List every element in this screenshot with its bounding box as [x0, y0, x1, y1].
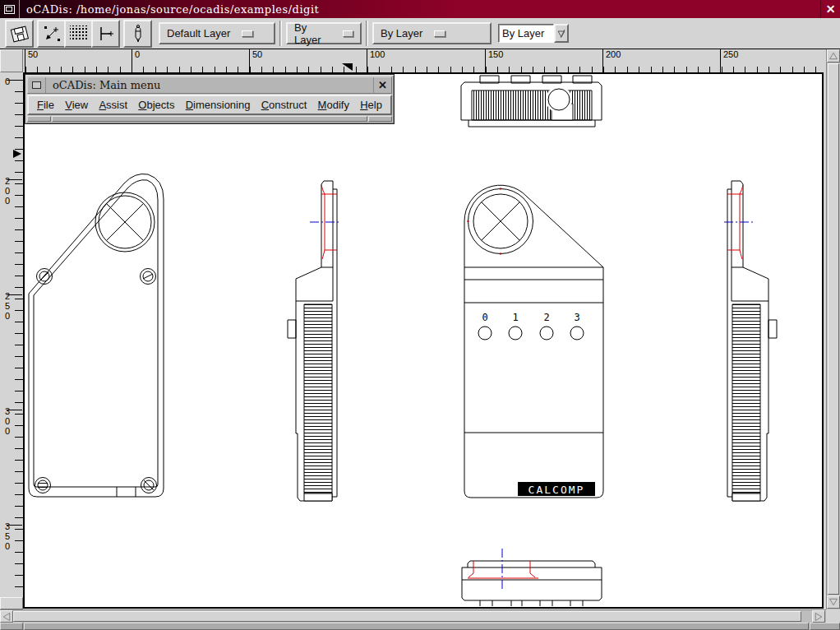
linetype-select[interactable]: By Layer [372, 22, 492, 44]
scroll-up-button[interactable] [827, 49, 840, 63]
close-button[interactable]: ✕ [820, 0, 840, 18]
puck-button [509, 327, 522, 340]
main-menu-close-button[interactable]: ✕ [373, 77, 391, 93]
zoom-points-icon [42, 24, 62, 44]
main-menu-bar: FileViewAssistObjectsDimensioningConstru… [27, 95, 392, 115]
combo-arrow-icon [556, 29, 566, 39]
digitizer-pen-icon [128, 24, 148, 44]
ruler-v-label: 300 [2, 406, 12, 436]
ruler-corner-box-bottom [0, 597, 23, 609]
ruler-marker-vertical [13, 150, 21, 158]
grid-button[interactable] [64, 20, 93, 48]
ruler-h-label: 100 [367, 49, 385, 72]
ruler-vertical: 0200250300350 [0, 72, 23, 597]
main-menu-resize-bar [27, 116, 392, 122]
layer-select-value: Default Layer [167, 27, 230, 39]
resize-handle[interactable] [368, 116, 392, 122]
ruler-v-label: 0 [2, 76, 12, 86]
puck-button-label: 2 [543, 312, 549, 323]
ortho-button[interactable] [91, 20, 120, 48]
window-menu-icon [4, 5, 15, 14]
resize-handle[interactable] [24, 623, 809, 630]
ruler-h-label: 0 [132, 49, 140, 72]
toolbar-separator [279, 21, 282, 46]
section-line-red [468, 561, 538, 578]
ruler-h-label: 150 [485, 49, 503, 72]
text-style-input[interactable]: By Layer [498, 24, 554, 43]
menu-item-view[interactable]: View [65, 99, 88, 111]
puck-button-label: 0 [482, 312, 487, 323]
window-title: oCADis: /home/jonas/source/ocadis/exampl… [20, 3, 820, 16]
quadrant-marks-red [467, 188, 501, 255]
screw [141, 269, 156, 285]
vertical-scroll-thumb[interactable] [828, 63, 839, 595]
menu-item-objects[interactable]: Objects [138, 99, 174, 111]
save-button[interactable] [5, 20, 34, 48]
drawing-canvas[interactable]: 0 1 2 3 CALCOMP [23, 72, 824, 609]
ruler-v-label: 250 [2, 291, 12, 321]
menu-item-construct[interactable]: Construct [261, 99, 307, 111]
ortho-line-icon [96, 24, 116, 44]
scroll-right-button[interactable] [812, 610, 825, 623]
ruler-corner-box [0, 49, 23, 72]
titlebar: oCADis: /home/jonas/source/ocadis/exampl… [0, 0, 840, 18]
view-bottom [462, 549, 602, 606]
resize-handle[interactable] [27, 116, 51, 122]
arrow-right-icon [814, 612, 824, 622]
view-top [461, 76, 602, 127]
brand-label: CALCOMP [528, 484, 585, 496]
main-menu-window: oCADis: Main menu ✕ FileViewAssistObject… [25, 74, 395, 124]
view-side-right [724, 181, 777, 501]
vertical-scrollbar[interactable] [826, 49, 840, 609]
ruler-h-label: 200 [602, 49, 621, 72]
zoom-points-button[interactable] [37, 20, 66, 48]
menu-item-dimensioning[interactable]: Dimensioning [186, 99, 251, 111]
view-front-main: 0 1 2 3 CALCOMP [464, 185, 603, 498]
window-menu-button[interactable] [0, 0, 20, 18]
horizontal-scroll-thumb[interactable] [13, 611, 801, 622]
ruler-v-label: 350 [2, 521, 12, 551]
puck-button [570, 327, 584, 340]
resize-handle[interactable] [810, 623, 840, 630]
ocadis-app-window: oCADis: /home/jonas/source/ocadis/exampl… [0, 0, 840, 630]
toolbar-separator [366, 21, 368, 46]
scrollbar-corner [826, 609, 840, 623]
scroll-down-button[interactable] [827, 595, 840, 609]
menu-item-modify[interactable]: Modify [318, 99, 349, 111]
ruler-h-label: 50 [249, 49, 262, 72]
text-style-combo: By Layer [498, 24, 569, 43]
option-menu-indicator-icon [434, 30, 445, 37]
color-select-value: By Layer [294, 21, 331, 46]
puck-button-label: 3 [574, 312, 579, 323]
linetype-select-value: By Layer [381, 27, 422, 39]
resize-handle[interactable] [52, 116, 367, 122]
view-side-left [288, 181, 340, 501]
resize-handle[interactable] [0, 623, 23, 630]
combo-dropdown-button[interactable] [554, 24, 569, 43]
grid-icon [69, 25, 89, 43]
color-select[interactable]: By Layer [286, 22, 362, 44]
digitizer-button[interactable] [123, 20, 152, 48]
ruler-v-label: 200 [2, 176, 12, 206]
horizontal-scrollbar[interactable] [0, 609, 826, 623]
puck-button [478, 327, 492, 340]
toolbar: Default Layer By Layer By Layer By Layer [0, 18, 840, 49]
layer-select[interactable]: Default Layer [159, 22, 275, 44]
ruler-h-label: 50 [25, 49, 38, 72]
ruler-h-label: 250 [720, 49, 738, 72]
view-front-left [29, 174, 164, 497]
screw [141, 478, 157, 493]
main-menu-window-button[interactable] [28, 77, 46, 93]
option-menu-indicator-icon [242, 30, 253, 37]
side-button-tab [768, 320, 777, 338]
menu-item-file[interactable]: File [37, 99, 54, 111]
side-button-tab [288, 320, 296, 338]
menu-item-help[interactable]: Help [360, 99, 382, 111]
scroll-left-button[interactable] [0, 610, 13, 623]
option-menu-indicator-icon [343, 30, 353, 37]
main-menu-titlebar: oCADis: Main menu ✕ [27, 76, 392, 94]
floppy-save-icon [9, 24, 30, 44]
lens-circle [548, 89, 570, 110]
arrow-up-icon [828, 51, 838, 61]
menu-item-assist[interactable]: Assist [99, 99, 127, 111]
